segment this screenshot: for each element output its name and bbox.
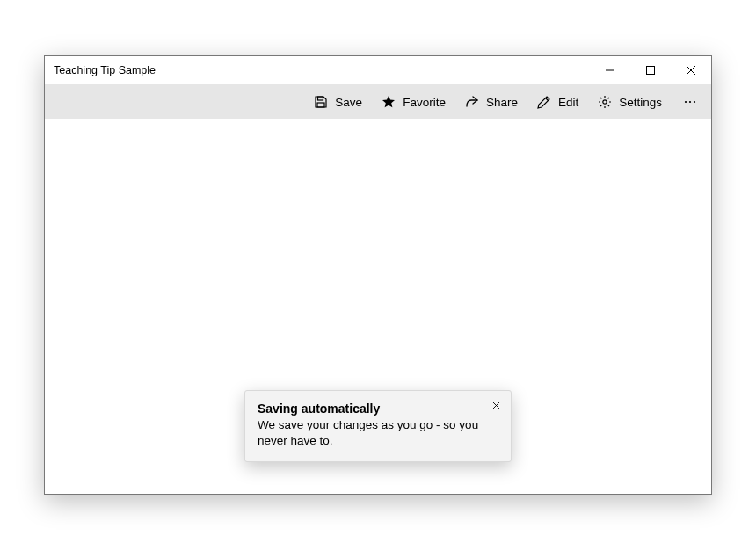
svg-rect-4 <box>318 97 323 100</box>
svg-rect-1 <box>647 67 655 75</box>
svg-line-15 <box>600 105 601 106</box>
close-icon <box>492 402 500 409</box>
svg-line-13 <box>608 105 609 106</box>
teaching-tip: Saving automatically We save your change… <box>244 390 512 462</box>
svg-point-7 <box>603 100 607 104</box>
svg-point-17 <box>689 101 691 103</box>
star-icon <box>382 95 396 109</box>
command-bar: Save Favorite Share E <box>45 84 711 119</box>
more-icon <box>683 95 697 109</box>
svg-line-12 <box>600 98 601 98</box>
share-button[interactable]: Share <box>456 84 527 119</box>
window-controls <box>590 56 711 84</box>
teaching-tip-body: We save your changes as you go - so you … <box>258 417 498 449</box>
close-button[interactable] <box>671 56 711 84</box>
app-window: Teaching Tip Sample Save <box>44 55 712 495</box>
save-label: Save <box>335 96 362 109</box>
edit-label: Edit <box>558 96 578 109</box>
minimize-button[interactable] <box>590 56 630 84</box>
maximize-button[interactable] <box>630 56 671 84</box>
save-icon <box>314 95 328 109</box>
edit-icon <box>537 95 551 109</box>
title-bar: Teaching Tip Sample <box>45 56 711 84</box>
svg-point-16 <box>685 101 687 103</box>
settings-button[interactable]: Settings <box>589 84 671 119</box>
teaching-tip-title: Saving automatically <box>258 402 498 416</box>
svg-rect-5 <box>317 103 324 107</box>
svg-point-18 <box>694 101 695 103</box>
content-area: Saving automatically We save your change… <box>45 119 711 494</box>
teaching-tip-close-button[interactable] <box>486 396 505 416</box>
svg-line-6 <box>545 98 548 101</box>
gear-icon <box>598 95 612 109</box>
save-button[interactable]: Save <box>305 84 371 119</box>
settings-label: Settings <box>619 96 662 109</box>
minimize-icon <box>606 66 614 75</box>
edit-button[interactable]: Edit <box>528 84 587 119</box>
share-icon <box>465 95 479 109</box>
window-title: Teaching Tip Sample <box>54 64 156 76</box>
svg-line-14 <box>608 98 609 98</box>
share-label: Share <box>486 96 518 109</box>
close-icon <box>687 66 695 75</box>
maximize-icon <box>646 66 655 75</box>
more-button[interactable] <box>672 84 708 119</box>
favorite-button[interactable]: Favorite <box>373 84 454 119</box>
favorite-label: Favorite <box>403 96 446 109</box>
